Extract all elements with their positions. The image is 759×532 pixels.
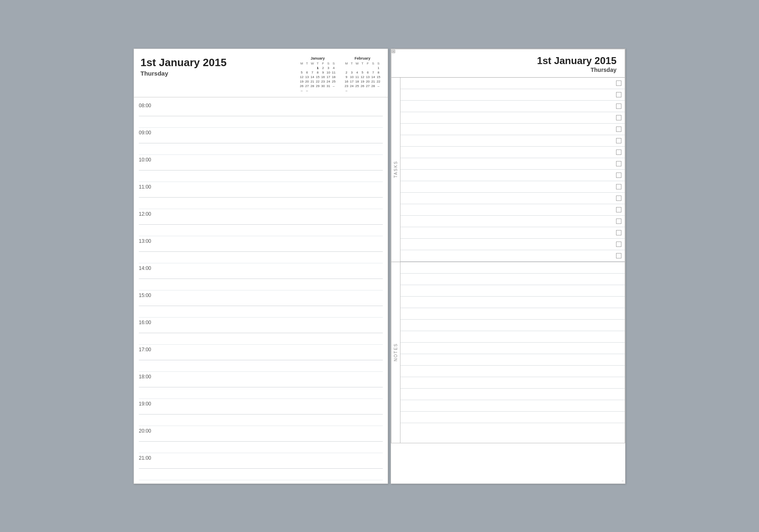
schedule-row[interactable]: 08:00 [139,101,383,116]
note-row[interactable] [400,331,625,343]
feb-day: 14 [370,75,376,79]
jan-day: 1 [315,66,320,70]
task-checkbox[interactable] [616,127,621,132]
feb-day: 5 [360,70,365,75]
note-row[interactable] [400,274,625,285]
jan-day: 16 [320,75,326,79]
note-row[interactable] [400,412,625,423]
corner-br-icon: ○ [620,479,625,484]
task-checkbox[interactable] [616,92,621,97]
task-row[interactable] [400,204,625,216]
task-checkbox[interactable] [616,81,621,86]
feb-day [370,88,376,93]
feb-day: – [376,84,381,88]
task-checkbox[interactable] [616,138,621,143]
feb-day [370,66,376,70]
jan-day: – [304,88,310,93]
task-checkbox[interactable] [616,242,621,247]
note-row[interactable] [400,343,625,354]
note-row[interactable] [400,400,625,412]
task-checkbox[interactable] [616,196,621,201]
task-checkbox[interactable] [616,150,621,155]
time-label: 13:00 [139,238,159,244]
task-checkbox[interactable] [616,184,621,189]
schedule-row[interactable]: 14:00 [139,263,383,279]
task-row[interactable] [400,158,625,170]
tasks-label: TASKS [393,161,398,178]
note-row[interactable] [400,377,625,389]
jan-th-m: M [299,61,304,66]
task-row[interactable] [400,147,625,158]
schedule-row[interactable] [139,415,383,426]
feb-day: 4 [354,70,360,75]
note-row[interactable] [400,389,625,400]
jan-day [310,66,315,70]
note-row[interactable] [400,320,625,331]
schedule-row[interactable] [139,387,383,399]
right-date: 1st January 2015 [400,55,616,67]
schedule-row[interactable]: 15:00 [139,290,383,306]
schedule-row[interactable] [139,116,383,128]
schedule-row[interactable] [139,252,383,263]
task-checkbox[interactable] [616,219,621,224]
schedule-row[interactable] [139,170,383,182]
note-row[interactable] [400,308,625,320]
task-checkbox[interactable] [616,115,621,120]
note-row[interactable] [400,366,625,377]
schedule-row[interactable]: 21:00 [139,453,383,469]
task-checkbox[interactable] [616,161,621,166]
task-row[interactable] [400,170,625,181]
note-row[interactable] [400,262,625,274]
schedule-row[interactable] [139,442,383,453]
schedule-row[interactable] [139,225,383,236]
note-row[interactable] [400,354,625,366]
task-checkbox[interactable] [616,230,621,235]
schedule-row[interactable]: 09:00 [139,128,383,143]
schedule-row[interactable]: 10:00 [139,155,383,170]
schedule-row[interactable]: 13:00 [139,236,383,252]
feb-day: 26 [360,84,365,88]
schedule-row[interactable]: 12:00 [139,209,383,225]
schedule-row[interactable]: 16:00 [139,318,383,333]
schedule-row[interactable]: 11:00 [139,182,383,198]
note-row[interactable] [400,297,625,308]
task-checkbox[interactable] [616,104,621,109]
schedule-row[interactable]: 17:00 [139,345,383,360]
feb-day: 15 [376,75,381,79]
note-row[interactable] [400,285,625,297]
task-row[interactable] [400,124,625,135]
task-row[interactable] [400,101,625,112]
task-row[interactable] [400,135,625,147]
schedule-row[interactable] [139,333,383,345]
task-checkbox[interactable] [616,173,621,178]
schedule-row[interactable]: 19:00 [139,399,383,415]
task-row[interactable] [400,181,625,193]
feb-th-w: W [354,61,360,66]
time-label: 19:00 [139,401,159,407]
schedule-row[interactable] [139,306,383,318]
feb-day: 21 [370,79,376,84]
schedule-row[interactable] [139,360,383,372]
task-row[interactable] [400,239,625,250]
jan-day: – [331,84,336,88]
feb-day: 23 [344,84,349,88]
time-label: 21:00 [139,455,159,461]
notes-section: NOTES [391,262,625,443]
task-row[interactable] [400,193,625,204]
feb-th-f: F [365,61,370,66]
schedule-row[interactable] [139,198,383,209]
task-row[interactable] [400,250,625,262]
schedule-row[interactable] [139,279,383,290]
task-checkbox[interactable] [616,253,621,258]
task-checkbox[interactable] [616,207,621,212]
task-row[interactable] [400,227,625,239]
schedule-row[interactable]: 20:00 [139,426,383,442]
schedule-row[interactable]: 18:00 [139,372,383,387]
schedule-row[interactable] [139,469,383,480]
task-row[interactable] [400,112,625,124]
task-row[interactable] [400,216,625,227]
jan-day: 22 [315,79,320,84]
task-row[interactable] [400,78,625,89]
schedule-row[interactable] [139,143,383,155]
task-row[interactable] [400,89,625,101]
